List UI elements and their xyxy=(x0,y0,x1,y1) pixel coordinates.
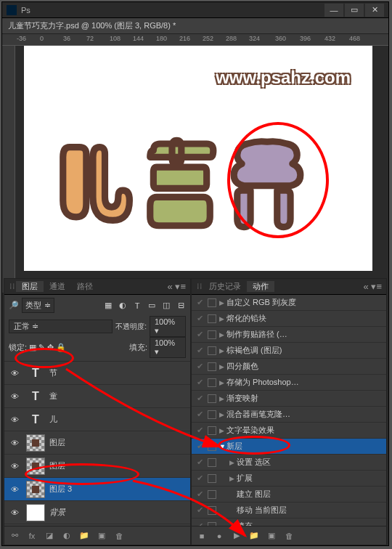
text-layer-icon: T xyxy=(26,367,45,380)
filter-smart-icon[interactable]: ◫ xyxy=(161,301,171,311)
visibility-icon[interactable]: 👁 xyxy=(7,392,22,401)
layers-panel: ⁞⁞ 图层 通道 路径 « ▾≡ 🔎 类型 ≑ ▦ ◐ T ▭ ◫ ⊟ xyxy=(4,278,191,545)
layer-name: 图层 3 xyxy=(49,484,72,495)
char-2 xyxy=(140,133,220,235)
layer-item-text-tong[interactable]: 👁 T 童 xyxy=(4,385,190,408)
tab-history[interactable]: 历史记录 xyxy=(203,281,247,292)
action-item[interactable]: ✔▶文字晕染效果 xyxy=(192,423,386,439)
play-icon[interactable]: ▶ xyxy=(229,529,244,542)
action-item[interactable]: ✔▶棕褐色调 (图层) xyxy=(192,343,386,359)
visibility-icon[interactable]: 👁 xyxy=(7,369,22,378)
layers-footer: ⚯ fx ◪ ◐ 📁 ▣ 🗑 xyxy=(4,526,190,545)
delete-layer-icon[interactable]: 🗑 xyxy=(112,529,126,542)
annotation-oval-1 xyxy=(15,348,74,368)
filter-text-icon[interactable]: T xyxy=(132,301,142,311)
maximize-button[interactable]: ▭ xyxy=(345,4,364,17)
visibility-icon[interactable]: 👁 xyxy=(7,462,22,471)
annotation-circle xyxy=(227,122,329,238)
text-layer-icon: T xyxy=(26,413,45,426)
canvas-area: www.psahz.com xyxy=(2,46,388,293)
visibility-icon[interactable]: 👁 xyxy=(7,439,22,447)
blend-mode-select[interactable]: 正常 ≑ xyxy=(9,320,113,333)
new-action-icon[interactable]: ▣ xyxy=(264,529,279,542)
actions-footer: ■ ● ▶ 📁 ▣ 🗑 xyxy=(192,526,386,545)
document-tab[interactable]: 儿童节巧克力字.psd @ 100% (图层 3, RGB/8) * xyxy=(2,18,388,34)
ruler-horizontal: -36 0 36 72 108 144 180 216 252 288 324 … xyxy=(2,34,388,46)
layer-name: 图层 xyxy=(49,437,65,448)
opacity-label: 不透明度: xyxy=(115,322,147,332)
history-panel: ⁞⁞ 历史记录 动作 « ▾≡ ✔▶自定义 RGB 到灰度 ✔▶熔化的铅块 ✔▶… xyxy=(191,278,387,545)
layer-name: 背景 xyxy=(49,507,65,518)
new-set-icon[interactable]: 📁 xyxy=(247,529,261,542)
window-title: Ps xyxy=(21,6,323,15)
visibility-icon[interactable]: 👁 xyxy=(7,415,22,424)
annotation-oval-2 xyxy=(25,463,139,485)
actions-list: ✔▶自定义 RGB 到灰度 ✔▶熔化的铅块 ✔▶制作剪贴路径 (… ✔▶棕褐色调… xyxy=(192,295,386,526)
action-item[interactable]: ✔▶制作剪贴路径 (… xyxy=(192,327,386,343)
filter-toggle[interactable]: ⊟ xyxy=(176,301,186,311)
visibility-icon[interactable]: 👁 xyxy=(7,508,22,517)
layer-list: 👁 T 节 👁 T 童 👁 T 儿 👁 图层 xyxy=(4,362,190,526)
action-item[interactable]: ✔▶混合器画笔克隆… xyxy=(192,407,386,423)
action-item[interactable]: ✔▶自定义 RGB 到灰度 xyxy=(192,295,386,311)
panel-menu-icon[interactable]: « ▾≡ xyxy=(168,281,186,292)
filter-type-icons: ▦ ◐ T ▭ ◫ ⊟ xyxy=(103,301,186,311)
filter-search-icon[interactable]: 🔎 xyxy=(9,301,19,310)
stop-icon[interactable]: ■ xyxy=(195,529,209,542)
visibility-icon[interactable]: 👁 xyxy=(7,485,22,494)
action-subitem[interactable]: ✔移动 当前图层 xyxy=(192,503,386,518)
panel-grip-icon[interactable]: ⁞⁞ xyxy=(196,282,203,291)
layer-thumb xyxy=(26,481,45,498)
action-subitem[interactable]: ✔▶扩展 xyxy=(192,471,386,487)
new-layer-icon[interactable]: ▣ xyxy=(94,529,109,542)
action-item[interactable]: ✔▶渐变映射 xyxy=(192,391,386,407)
fill-label: 填充: xyxy=(129,342,147,353)
annotation-oval-3 xyxy=(218,436,290,455)
panels-row: ⁞⁞ 图层 通道 路径 « ▾≡ 🔎 类型 ≑ ▦ ◐ T ▭ ◫ ⊟ xyxy=(4,278,387,545)
layer-mask-icon[interactable]: ◪ xyxy=(42,529,57,542)
action-subitem[interactable]: ✔建立 图层 xyxy=(192,487,386,503)
group-icon[interactable]: 📁 xyxy=(77,529,91,542)
adjustment-layer-icon[interactable]: ◐ xyxy=(60,529,74,542)
layer-thumb xyxy=(26,434,45,452)
layer-item-pixel-1[interactable]: 👁 图层 xyxy=(4,431,190,455)
tab-channels[interactable]: 通道 xyxy=(44,281,71,292)
layer-item-text-er[interactable]: 👁 T 儿 xyxy=(4,408,190,431)
filter-type-select[interactable]: 类型 ≑ xyxy=(22,298,54,313)
record-icon[interactable]: ● xyxy=(212,529,226,542)
filter-pixel-icon[interactable]: ▦ xyxy=(103,301,113,311)
filter-shape-icon[interactable]: ▭ xyxy=(147,301,157,311)
layer-style-icon[interactable]: fx xyxy=(25,529,39,542)
canvas[interactable]: www.psahz.com xyxy=(15,46,381,293)
action-item[interactable]: ✔▶四分颜色 xyxy=(192,359,386,375)
layer-name: 儿 xyxy=(49,414,57,425)
close-button[interactable]: ✕ xyxy=(365,4,384,17)
layer-item-background[interactable]: 👁 背景 xyxy=(4,501,190,524)
link-layers-icon[interactable]: ⚯ xyxy=(7,529,22,542)
tab-layers[interactable]: 图层 xyxy=(16,281,44,292)
layers-panel-tabs: ⁞⁞ 图层 通道 路径 « ▾≡ xyxy=(4,279,190,295)
canvas-content: www.psahz.com xyxy=(24,46,372,271)
title-bar: Ps — ▭ ✕ xyxy=(2,2,388,18)
tab-actions[interactable]: 动作 xyxy=(247,281,274,292)
fill-value[interactable]: 100% ▾ xyxy=(150,337,186,358)
action-subitem[interactable]: ✔填充 xyxy=(192,518,386,526)
char-1 xyxy=(53,133,133,235)
ruler-vertical xyxy=(2,46,15,293)
ps-icon xyxy=(7,5,17,15)
opacity-value[interactable]: 100% ▾ xyxy=(150,316,186,337)
action-item[interactable]: ✔▶熔化的铅块 xyxy=(192,311,386,327)
tab-paths[interactable]: 路径 xyxy=(71,281,99,292)
panel-menu-icon[interactable]: « ▾≡ xyxy=(364,281,382,292)
panel-grip-icon[interactable]: ⁞⁞ xyxy=(9,282,16,291)
layer-thumb xyxy=(26,504,45,521)
watermark-text: www.psahz.com xyxy=(216,68,351,88)
minimize-button[interactable]: — xyxy=(324,4,343,17)
text-layer-icon: T xyxy=(26,390,45,403)
layer-name: 童 xyxy=(49,391,57,402)
delete-action-icon[interactable]: 🗑 xyxy=(282,529,296,542)
history-panel-tabs: ⁞⁞ 历史记录 动作 « ▾≡ xyxy=(192,279,386,295)
filter-adjust-icon[interactable]: ◐ xyxy=(118,301,128,311)
action-subitem[interactable]: ✔▶设置 选区 xyxy=(192,455,386,471)
action-item[interactable]: ✔▶存储为 Photoshop… xyxy=(192,375,386,391)
